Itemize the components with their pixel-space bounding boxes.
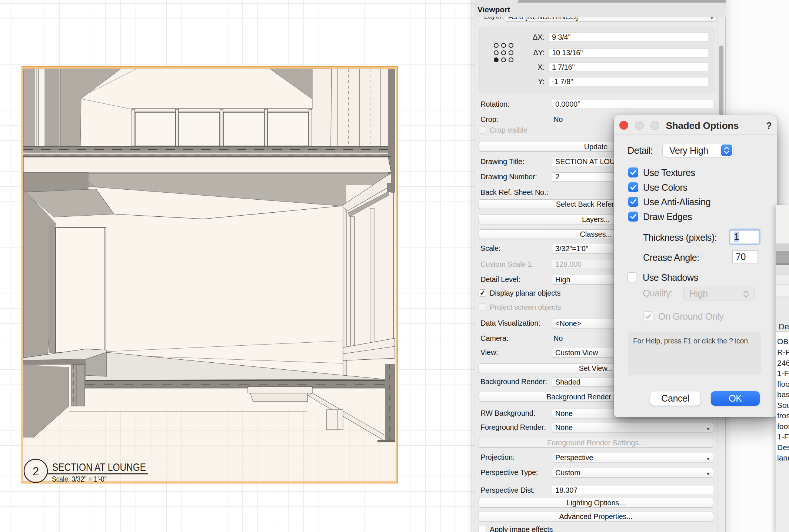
svg-text:2: 2: [33, 465, 39, 478]
svg-text:SECTION AT LOUNGE: SECTION AT LOUNGE: [52, 461, 146, 473]
svg-text:Scale: 3/32" = 1'-0": Scale: 3/32" = 1'-0": [52, 475, 107, 483]
